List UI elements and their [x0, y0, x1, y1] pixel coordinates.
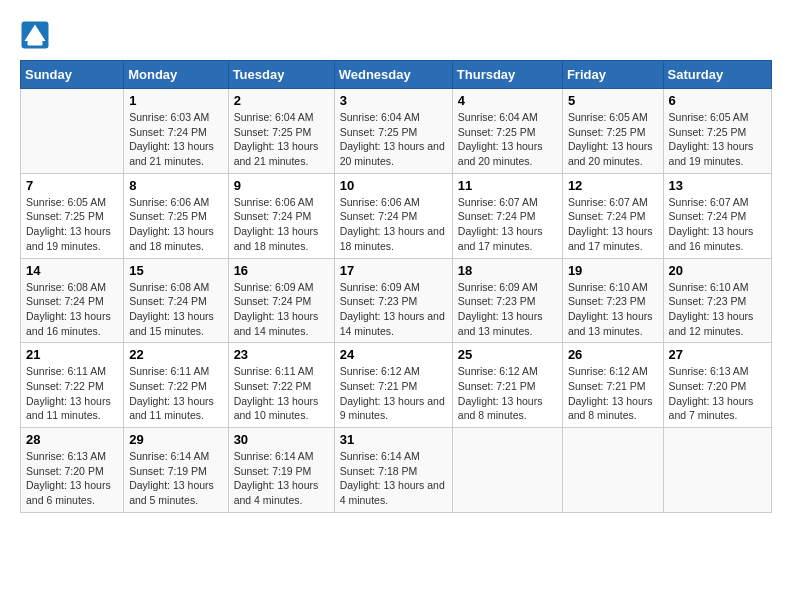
page-header: [20, 20, 772, 50]
day-number: 25: [458, 347, 557, 362]
logo: [20, 20, 54, 50]
daylight-text: Daylight: 13 hours and 20 minutes.: [340, 140, 445, 167]
sunrise-text: Sunrise: 6:05 AM: [568, 111, 648, 123]
day-info: Sunrise: 6:12 AM Sunset: 7:21 PM Dayligh…: [340, 364, 447, 423]
day-number: 24: [340, 347, 447, 362]
daylight-text: Daylight: 13 hours and 9 minutes.: [340, 395, 445, 422]
day-number: 9: [234, 178, 329, 193]
sunset-text: Sunset: 7:25 PM: [458, 126, 536, 138]
sunset-text: Sunset: 7:24 PM: [129, 126, 207, 138]
sunrise-text: Sunrise: 6:05 AM: [26, 196, 106, 208]
day-number: 29: [129, 432, 222, 447]
sunrise-text: Sunrise: 6:07 AM: [568, 196, 648, 208]
day-info: Sunrise: 6:06 AM Sunset: 7:25 PM Dayligh…: [129, 195, 222, 254]
sunset-text: Sunset: 7:21 PM: [458, 380, 536, 392]
day-info: Sunrise: 6:13 AM Sunset: 7:20 PM Dayligh…: [26, 449, 118, 508]
sunrise-text: Sunrise: 6:11 AM: [129, 365, 209, 377]
sunrise-text: Sunrise: 6:07 AM: [458, 196, 538, 208]
sunset-text: Sunset: 7:24 PM: [458, 210, 536, 222]
day-number: 15: [129, 263, 222, 278]
day-info: Sunrise: 6:14 AM Sunset: 7:19 PM Dayligh…: [129, 449, 222, 508]
sunrise-text: Sunrise: 6:12 AM: [458, 365, 538, 377]
calendar-cell: 20 Sunrise: 6:10 AM Sunset: 7:23 PM Dayl…: [663, 258, 771, 343]
day-info: Sunrise: 6:09 AM Sunset: 7:23 PM Dayligh…: [458, 280, 557, 339]
day-info: Sunrise: 6:10 AM Sunset: 7:23 PM Dayligh…: [568, 280, 658, 339]
calendar-cell: [452, 428, 562, 513]
sunset-text: Sunset: 7:23 PM: [458, 295, 536, 307]
sunset-text: Sunset: 7:22 PM: [129, 380, 207, 392]
day-info: Sunrise: 6:12 AM Sunset: 7:21 PM Dayligh…: [458, 364, 557, 423]
day-number: 31: [340, 432, 447, 447]
sunrise-text: Sunrise: 6:11 AM: [26, 365, 106, 377]
weekday-header: Friday: [562, 61, 663, 89]
day-info: Sunrise: 6:09 AM Sunset: 7:23 PM Dayligh…: [340, 280, 447, 339]
daylight-text: Daylight: 13 hours and 21 minutes.: [129, 140, 214, 167]
day-number: 16: [234, 263, 329, 278]
calendar-cell: 25 Sunrise: 6:12 AM Sunset: 7:21 PM Dayl…: [452, 343, 562, 428]
day-info: Sunrise: 6:09 AM Sunset: 7:24 PM Dayligh…: [234, 280, 329, 339]
calendar-cell: 4 Sunrise: 6:04 AM Sunset: 7:25 PM Dayli…: [452, 89, 562, 174]
sunset-text: Sunset: 7:25 PM: [568, 126, 646, 138]
calendar-cell: [663, 428, 771, 513]
day-info: Sunrise: 6:11 AM Sunset: 7:22 PM Dayligh…: [234, 364, 329, 423]
day-number: 30: [234, 432, 329, 447]
daylight-text: Daylight: 13 hours and 17 minutes.: [568, 225, 653, 252]
sunset-text: Sunset: 7:20 PM: [26, 465, 104, 477]
day-info: Sunrise: 6:08 AM Sunset: 7:24 PM Dayligh…: [129, 280, 222, 339]
daylight-text: Daylight: 13 hours and 14 minutes.: [234, 310, 319, 337]
sunset-text: Sunset: 7:25 PM: [669, 126, 747, 138]
day-number: 20: [669, 263, 766, 278]
day-info: Sunrise: 6:14 AM Sunset: 7:18 PM Dayligh…: [340, 449, 447, 508]
sunset-text: Sunset: 7:23 PM: [669, 295, 747, 307]
sunset-text: Sunset: 7:24 PM: [568, 210, 646, 222]
sunrise-text: Sunrise: 6:14 AM: [129, 450, 209, 462]
calendar-week-row: 28 Sunrise: 6:13 AM Sunset: 7:20 PM Dayl…: [21, 428, 772, 513]
sunrise-text: Sunrise: 6:05 AM: [669, 111, 749, 123]
daylight-text: Daylight: 13 hours and 13 minutes.: [568, 310, 653, 337]
calendar-cell: 6 Sunrise: 6:05 AM Sunset: 7:25 PM Dayli…: [663, 89, 771, 174]
calendar-cell: 21 Sunrise: 6:11 AM Sunset: 7:22 PM Dayl…: [21, 343, 124, 428]
calendar-cell: 27 Sunrise: 6:13 AM Sunset: 7:20 PM Dayl…: [663, 343, 771, 428]
day-info: Sunrise: 6:07 AM Sunset: 7:24 PM Dayligh…: [458, 195, 557, 254]
day-info: Sunrise: 6:05 AM Sunset: 7:25 PM Dayligh…: [669, 110, 766, 169]
sunset-text: Sunset: 7:23 PM: [568, 295, 646, 307]
calendar-cell: 22 Sunrise: 6:11 AM Sunset: 7:22 PM Dayl…: [124, 343, 228, 428]
calendar-week-row: 7 Sunrise: 6:05 AM Sunset: 7:25 PM Dayli…: [21, 173, 772, 258]
sunset-text: Sunset: 7:21 PM: [568, 380, 646, 392]
daylight-text: Daylight: 13 hours and 14 minutes.: [340, 310, 445, 337]
calendar-cell: [562, 428, 663, 513]
daylight-text: Daylight: 13 hours and 18 minutes.: [340, 225, 445, 252]
daylight-text: Daylight: 13 hours and 15 minutes.: [129, 310, 214, 337]
calendar-cell: 30 Sunrise: 6:14 AM Sunset: 7:19 PM Dayl…: [228, 428, 334, 513]
daylight-text: Daylight: 13 hours and 8 minutes.: [568, 395, 653, 422]
day-number: 6: [669, 93, 766, 108]
day-number: 1: [129, 93, 222, 108]
day-info: Sunrise: 6:07 AM Sunset: 7:24 PM Dayligh…: [669, 195, 766, 254]
sunset-text: Sunset: 7:21 PM: [340, 380, 418, 392]
day-number: 13: [669, 178, 766, 193]
calendar-week-row: 1 Sunrise: 6:03 AM Sunset: 7:24 PM Dayli…: [21, 89, 772, 174]
daylight-text: Daylight: 13 hours and 20 minutes.: [568, 140, 653, 167]
day-info: Sunrise: 6:14 AM Sunset: 7:19 PM Dayligh…: [234, 449, 329, 508]
sunset-text: Sunset: 7:25 PM: [340, 126, 418, 138]
day-info: Sunrise: 6:08 AM Sunset: 7:24 PM Dayligh…: [26, 280, 118, 339]
sunrise-text: Sunrise: 6:04 AM: [340, 111, 420, 123]
day-number: 12: [568, 178, 658, 193]
sunrise-text: Sunrise: 6:12 AM: [568, 365, 648, 377]
day-info: Sunrise: 6:05 AM Sunset: 7:25 PM Dayligh…: [568, 110, 658, 169]
sunrise-text: Sunrise: 6:12 AM: [340, 365, 420, 377]
sunrise-text: Sunrise: 6:14 AM: [340, 450, 420, 462]
day-number: 2: [234, 93, 329, 108]
day-number: 10: [340, 178, 447, 193]
calendar-cell: 7 Sunrise: 6:05 AM Sunset: 7:25 PM Dayli…: [21, 173, 124, 258]
sunset-text: Sunset: 7:23 PM: [340, 295, 418, 307]
day-number: 23: [234, 347, 329, 362]
calendar-week-row: 14 Sunrise: 6:08 AM Sunset: 7:24 PM Dayl…: [21, 258, 772, 343]
daylight-text: Daylight: 13 hours and 19 minutes.: [26, 225, 111, 252]
sunrise-text: Sunrise: 6:13 AM: [669, 365, 749, 377]
daylight-text: Daylight: 13 hours and 5 minutes.: [129, 479, 214, 506]
daylight-text: Daylight: 13 hours and 17 minutes.: [458, 225, 543, 252]
day-number: 17: [340, 263, 447, 278]
calendar-week-row: 21 Sunrise: 6:11 AM Sunset: 7:22 PM Dayl…: [21, 343, 772, 428]
weekday-header: Sunday: [21, 61, 124, 89]
